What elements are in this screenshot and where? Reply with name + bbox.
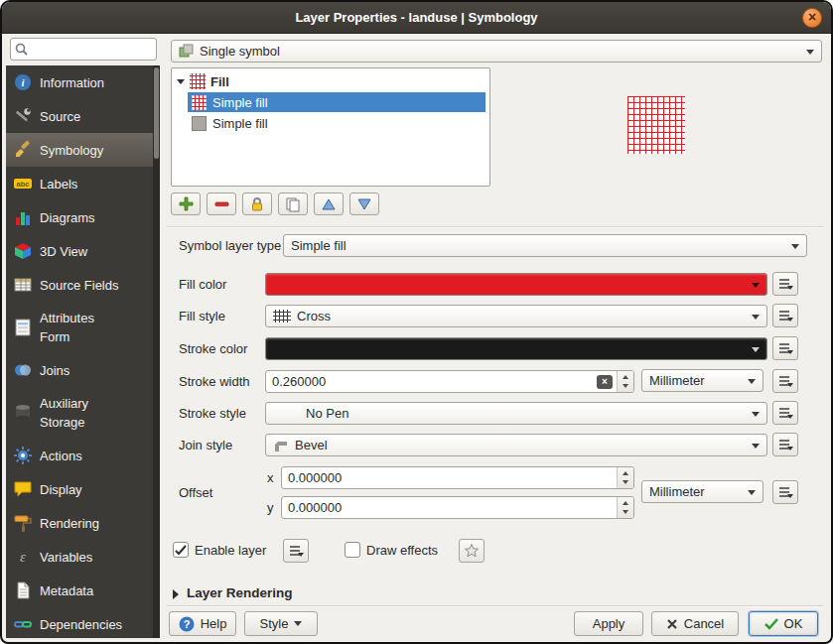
join-style-select[interactable]: Bevel — [265, 434, 767, 456]
scrollbar-thumb[interactable] — [154, 67, 159, 159]
stroke-style-override-button[interactable] — [772, 401, 798, 425]
offset-override-button[interactable] — [772, 480, 798, 504]
stroke-color-button[interactable] — [265, 337, 767, 360]
titlebar[interactable]: Layer Properties - landuse | Symbology × — [2, 2, 831, 34]
chevron-down-icon — [806, 50, 814, 59]
diagrams-icon — [13, 207, 33, 227]
check-icon — [175, 545, 187, 556]
lock-icon — [249, 196, 265, 212]
data-defined-override-icon — [287, 543, 305, 559]
style-button[interactable]: Style — [244, 611, 318, 636]
spin-up-icon[interactable] — [618, 371, 633, 382]
offset-y-input[interactable] — [282, 497, 616, 518]
bevel-join-icon — [273, 439, 289, 451]
move-up-button[interactable] — [314, 193, 344, 215]
star-icon — [465, 544, 479, 558]
spin-down-icon[interactable] — [618, 478, 633, 489]
fill-color-button[interactable] — [265, 273, 767, 296]
cross-pattern-icon — [273, 310, 291, 322]
offset-y-spinner[interactable] — [617, 497, 633, 518]
sidebar-item-joins[interactable]: Joins — [6, 353, 160, 387]
sidebar-item-auxiliary-storage[interactable]: Auxiliary Storage — [6, 387, 160, 439]
join-style-override-button[interactable] — [772, 433, 798, 456]
tree-item-fill[interactable]: Fill — [174, 71, 487, 91]
stroke-width-override-button[interactable] — [772, 369, 798, 393]
search-input[interactable] — [10, 38, 157, 61]
clear-value-icon[interactable]: × — [597, 375, 613, 389]
offset-x-label: x — [267, 470, 274, 485]
sidebar-item-diagrams[interactable]: Diagrams — [6, 200, 160, 234]
spin-up-icon[interactable] — [618, 467, 633, 478]
enable-layer-override-button[interactable] — [283, 539, 309, 563]
enable-layer-checkbox[interactable] — [173, 542, 189, 558]
add-symbol-layer-button[interactable] — [171, 193, 201, 215]
draw-effects-checkbox[interactable] — [345, 542, 360, 558]
arrow-up-icon — [322, 198, 336, 210]
stroke-width-spinner[interactable] — [617, 371, 633, 392]
spin-down-icon[interactable] — [618, 382, 633, 393]
move-down-button[interactable] — [349, 193, 379, 215]
sidebar-item-3d-view[interactable]: 3D View — [6, 234, 160, 268]
simple-fill-cross-icon — [192, 95, 207, 110]
fill-color-override-button[interactable] — [772, 272, 798, 296]
symbology-icon — [13, 140, 33, 160]
sidebar-item-source-fields[interactable]: Source Fields — [6, 268, 160, 302]
symbology-panel: Single symbol Fill Simple fill Simple fi… — [167, 38, 825, 640]
offset-unit-select[interactable]: Millimeter — [641, 480, 764, 503]
sidebar-item-information[interactable]: i Information — [6, 65, 160, 99]
plus-icon — [179, 196, 194, 211]
symbol-layer-type-select[interactable]: Simple fill — [283, 234, 807, 257]
sidebar-item-source[interactable]: Source — [6, 99, 160, 133]
sidebar-scrollbar[interactable] — [153, 65, 160, 638]
stroke-style-label: Stroke style — [179, 406, 246, 421]
sidebar-item-symbology[interactable]: Symbology — [6, 133, 160, 167]
fill-style-select[interactable]: Cross — [265, 305, 767, 327]
expander-icon[interactable] — [177, 79, 185, 88]
arrow-down-icon — [357, 198, 371, 210]
ok-button[interactable]: OK — [749, 611, 818, 636]
sidebar-item-rendering[interactable]: Rendering — [6, 506, 160, 540]
offset-x-input[interactable] — [282, 467, 616, 488]
chevron-down-icon — [752, 347, 760, 356]
tree-item-simple-fill-2[interactable]: Simple fill — [188, 113, 486, 133]
tree-item-simple-fill-1[interactable]: Simple fill — [188, 92, 486, 112]
sidebar-item-variables[interactable]: ε Variables — [6, 540, 160, 574]
layer-properties-window: Layer Properties - landuse | Symbology ×… — [0, 0, 833, 644]
stroke-color-override-button[interactable] — [772, 336, 798, 360]
help-button[interactable]: ? Help — [169, 611, 236, 636]
chevron-down-icon — [294, 621, 302, 630]
sidebar-item-display[interactable]: Display — [6, 472, 160, 506]
effects-customize-button[interactable] — [459, 539, 485, 563]
layer-rendering-toggle[interactable]: Layer Rendering — [187, 585, 293, 600]
remove-symbol-layer-button[interactable] — [207, 193, 236, 215]
lock-colors-button[interactable] — [242, 193, 272, 215]
data-defined-override-icon — [776, 437, 794, 452]
close-button[interactable]: × — [802, 8, 822, 28]
stroke-color-label: Stroke color — [179, 341, 247, 356]
cancel-button[interactable]: Cancel — [651, 611, 739, 636]
stroke-width-unit-select[interactable]: Millimeter — [641, 369, 764, 392]
symbol-type-select[interactable]: Single symbol — [171, 40, 822, 63]
spin-up-icon[interactable] — [618, 497, 633, 508]
properties-sidebar: i Information Source Symbology abc Label… — [6, 65, 160, 638]
apply-button[interactable]: Apply — [574, 611, 643, 636]
sidebar-item-labels[interactable]: abc Labels — [6, 167, 160, 200]
stroke-width-input[interactable] — [266, 371, 616, 392]
collapsed-arrow-icon[interactable] — [173, 589, 184, 599]
sidebar-item-metadata[interactable]: Metadata — [6, 574, 160, 607]
single-symbol-icon — [179, 44, 194, 59]
offset-y-label: y — [267, 500, 274, 515]
spin-down-icon[interactable] — [618, 508, 633, 519]
sidebar-item-label: Source — [40, 107, 80, 126]
stroke-style-select[interactable]: No Pen — [265, 402, 767, 425]
duplicate-symbol-layer-button[interactable] — [278, 193, 308, 215]
sidebar-item-attributes-form[interactable]: Attributes Form — [6, 302, 160, 353]
fill-style-override-button[interactable] — [772, 304, 798, 327]
data-defined-override-icon — [776, 276, 794, 292]
close-icon: × — [808, 10, 816, 24]
sidebar-item-actions[interactable]: Actions — [6, 439, 160, 472]
sidebar-item-dependencies[interactable]: Dependencies — [6, 607, 160, 638]
offset-x-spinner[interactable] — [617, 467, 633, 488]
svg-text:ε: ε — [20, 549, 26, 565]
symbol-type-value: Single symbol — [200, 44, 280, 59]
